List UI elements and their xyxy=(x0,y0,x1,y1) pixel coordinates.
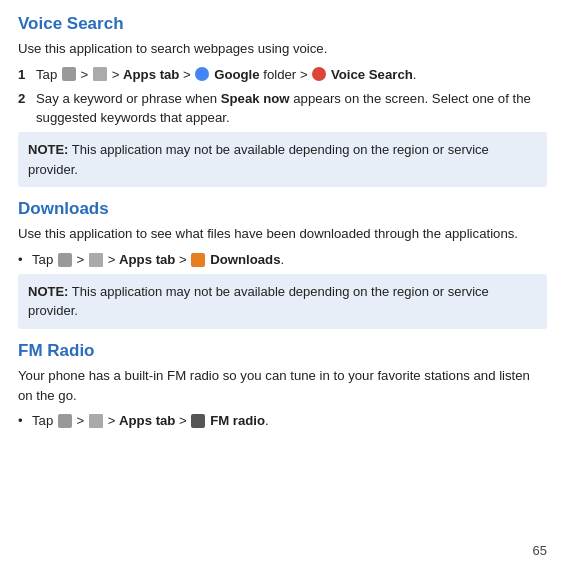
step-2-text: Say a keyword or phrase when Speak now a… xyxy=(36,89,547,129)
step-1: 1 Tap > > Apps tab > Google folder > Voi… xyxy=(18,65,547,85)
apps-tab-label-2: Apps tab xyxy=(119,252,175,267)
voice-search-label: Voice Search xyxy=(331,67,413,82)
bullet-sym-2: • xyxy=(18,411,28,431)
voice-search-title: Voice Search xyxy=(18,14,547,34)
page-number: 65 xyxy=(533,543,547,558)
downloads-step-text: Tap > > Apps tab > Downloads. xyxy=(32,250,284,270)
fm-radio-section: FM Radio Your phone has a built-in FM ra… xyxy=(18,341,547,431)
home-icon-2 xyxy=(58,253,72,267)
voice-search-section: Voice Search Use this application to sea… xyxy=(18,14,547,187)
grid-icon-3 xyxy=(89,414,103,428)
speak-now-label: Speak now xyxy=(221,91,290,106)
grid-icon xyxy=(93,67,107,81)
step-2-num: 2 xyxy=(18,89,32,129)
step-2: 2 Say a keyword or phrase when Speak now… xyxy=(18,89,547,129)
fm-radio-label: FM radio xyxy=(210,413,265,428)
note-text-2: This application may not be available de… xyxy=(28,284,489,319)
grid-icon-2 xyxy=(89,253,103,267)
voice-search-intro: Use this application to search webpages … xyxy=(18,39,547,59)
downloads-title: Downloads xyxy=(18,199,547,219)
voice-search-note: NOTE: This application may not be availa… xyxy=(18,132,547,187)
apps-tab-label-3: Apps tab xyxy=(119,413,175,428)
voice-icon xyxy=(312,67,326,81)
downloads-note: NOTE: This application may not be availa… xyxy=(18,274,547,329)
note-text-1: This application may not be available de… xyxy=(28,142,489,177)
downloads-intro: Use this application to see what files h… xyxy=(18,224,547,244)
fm-radio-intro: Your phone has a built-in FM radio so yo… xyxy=(18,366,547,406)
note-label-1: NOTE: xyxy=(28,142,68,157)
downloads-bullet: • Tap > > Apps tab > Downloads. xyxy=(18,250,547,270)
apps-tab-label: Apps tab xyxy=(123,67,179,82)
google-icon xyxy=(195,67,209,81)
google-folder-label: Google xyxy=(214,67,259,82)
bullet-sym-1: • xyxy=(18,250,28,270)
page-content: Voice Search Use this application to sea… xyxy=(0,0,565,455)
fm-radio-title: FM Radio xyxy=(18,341,547,361)
fm-radio-step-text: Tap > > Apps tab > FM radio. xyxy=(32,411,269,431)
note-label-2: NOTE: xyxy=(28,284,68,299)
step-1-text: Tap > > Apps tab > Google folder > Voice… xyxy=(36,65,416,85)
fmradio-icon xyxy=(191,414,205,428)
downloads-icon xyxy=(191,253,205,267)
downloads-section: Downloads Use this application to see wh… xyxy=(18,199,547,329)
fm-radio-bullet: • Tap > > Apps tab > FM radio. xyxy=(18,411,547,431)
step-1-num: 1 xyxy=(18,65,32,85)
downloads-label: Downloads xyxy=(210,252,280,267)
home-icon-3 xyxy=(58,414,72,428)
home-icon xyxy=(62,67,76,81)
